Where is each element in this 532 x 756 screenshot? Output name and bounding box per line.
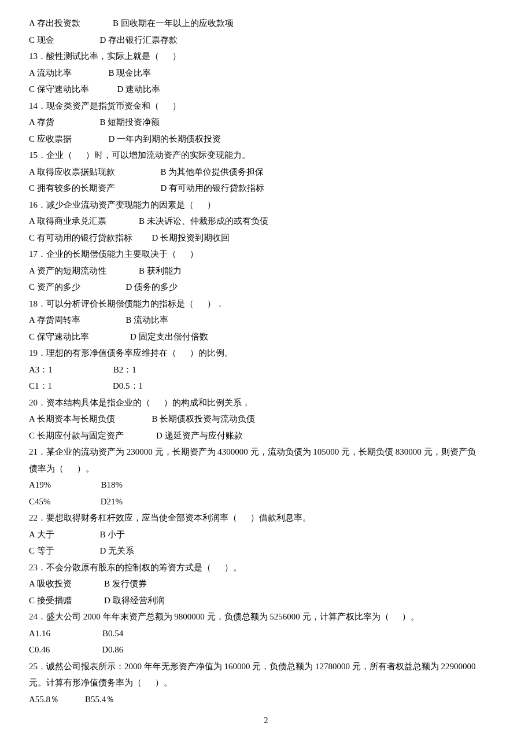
text-line: 22．要想取得财务杠杆效应，应当使全部资本利润率（ ）借款利息率。 bbox=[29, 510, 503, 526]
text-line: C0.46 D0.86 bbox=[29, 641, 503, 658]
text-line: 17．企业的长期偿债能力主要取决于（ ） bbox=[29, 246, 503, 263]
text-line: A19% B18% bbox=[29, 477, 503, 493]
text-line: C 拥有较多的长期资产 D 有可动用的银行贷款指标 bbox=[29, 180, 503, 197]
text-line: A3：1 B2：1 bbox=[29, 362, 503, 378]
text-line: 14．现金类资产是指货币资金和（ ） bbox=[29, 98, 503, 115]
text-line: C 保守速动比率 D 固定支出偿付倍数 bbox=[29, 329, 503, 345]
text-line: A55.8％ B55.4％ bbox=[29, 691, 503, 708]
text-line: A 存货周转率 B 流动比率 bbox=[29, 312, 503, 329]
text-line: 19．理想的有形净值债务率应维持在（ ）的比例。 bbox=[29, 345, 503, 362]
text-line: A 存货 B 短期投资净额 bbox=[29, 114, 503, 131]
text-line: C 保守速动比率 D 速动比率 bbox=[29, 81, 503, 98]
text-line: 债率为（ ）。 bbox=[29, 460, 503, 477]
text-line: 21．某企业的流动资产为 230000 元，长期资产为 4300000 元，流动… bbox=[29, 444, 503, 460]
text-line: 18．可以分析评价长期偿债能力的指标是（ ）． bbox=[29, 296, 503, 312]
text-line: A 大于 B 小于 bbox=[29, 526, 503, 543]
text-line: C 接受捐赠 D 取得经营利润 bbox=[29, 592, 503, 609]
text-line: A 资产的短期流动性 B 获利能力 bbox=[29, 263, 503, 279]
text-line: C1：1 D0.5：1 bbox=[29, 378, 503, 394]
text-line: C 长期应付款与固定资产 D 递延资产与应付账款 bbox=[29, 427, 503, 444]
text-line: A 取得应收票据贴现款 B 为其他单位提供债务担保 bbox=[29, 164, 503, 180]
text-line: A1.16 B0.54 bbox=[29, 625, 503, 642]
text-line: C 等于 D 无关系 bbox=[29, 543, 503, 559]
text-line: A 吸收投资 B 发行债券 bbox=[29, 576, 503, 592]
text-line: 15．企业（ ）时，可以增加流动资产的实际变现能力。 bbox=[29, 147, 503, 164]
text-line: 20．资本结构具体是指企业的（ ）的构成和比例关系， bbox=[29, 394, 503, 411]
text-line: A 长期资本与长期负债 B 长期债权投资与流动负债 bbox=[29, 411, 503, 427]
page-number: 2 bbox=[29, 713, 503, 729]
text-line: 16．减少企业流动资产变现能力的因素是（ ） bbox=[29, 197, 503, 213]
text-line: C 应收票据 D 一年内到期的长期债权投资 bbox=[29, 131, 503, 147]
text-line: 25．诚然公司报表所示：2000 年年无形资产净值为 160000 元，负债总额… bbox=[29, 658, 503, 675]
text-line: 元。计算有形净值债务率为（ ）。 bbox=[29, 674, 503, 691]
text-line: C 有可动用的银行贷款指标 D 长期投资到期收回 bbox=[29, 230, 503, 246]
text-line: A 存出投资款 B 回收期在一年以上的应收款项 bbox=[29, 15, 503, 32]
text-line: C 现金 D 存出银行汇票存款 bbox=[29, 32, 503, 49]
text-line: A 流动比率 B 现金比率 bbox=[29, 65, 503, 82]
text-line: C 资产的多少 D 债务的多少 bbox=[29, 279, 503, 296]
text-line: 23．不会分散原有股东的控制权的筹资方式是（ ）。 bbox=[29, 559, 503, 576]
text-line: A 取得商业承兑汇票 B 未决诉讼、仲裁形成的或有负债 bbox=[29, 213, 503, 230]
text-line: 24．盛大公司 2000 年年末资产总额为 9800000 元，负债总额为 52… bbox=[29, 609, 503, 625]
text-line: 13．酸性测试比率，实际上就是（ ） bbox=[29, 48, 503, 65]
text-line: C45% D21% bbox=[29, 493, 503, 510]
document-body: A 存出投资款 B 回收期在一年以上的应收款项C 现金 D 存出银行汇票存款13… bbox=[29, 15, 503, 707]
